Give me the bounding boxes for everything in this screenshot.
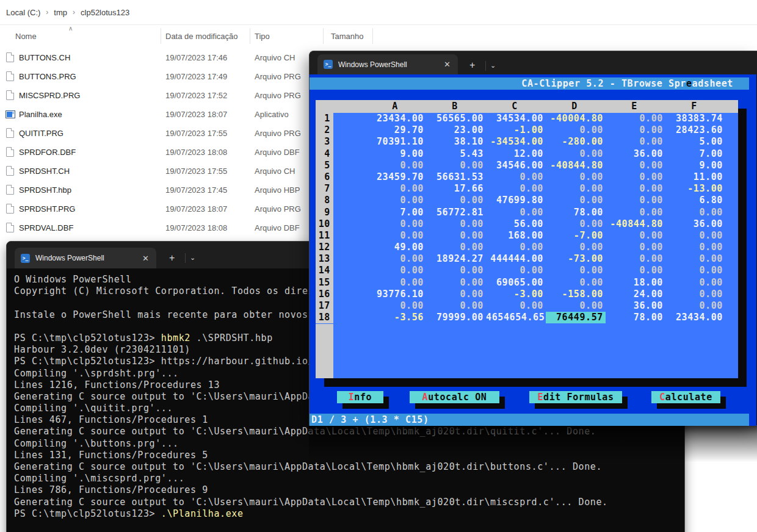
spreadsheet-cell[interactable]: 0.00 (486, 207, 546, 218)
spreadsheet-cell[interactable]: 0.00 (426, 230, 486, 242)
spreadsheet-cell[interactable]: 0.00 (426, 218, 486, 230)
spreadsheet-cell[interactable]: 0.00 (665, 265, 725, 276)
tab-windows-powershell[interactable]: >_ Windows PowerShell ✕ (317, 54, 458, 74)
spreadsheet-cell[interactable]: -73.00 (546, 253, 606, 265)
spreadsheet-cell[interactable]: 0.00 (665, 253, 725, 265)
spreadsheet-cell[interactable]: -7.00 (546, 230, 606, 242)
column-letter[interactable]: B (426, 100, 486, 113)
spreadsheet-cell[interactable]: 0.00 (486, 183, 546, 195)
spreadsheet-cell[interactable]: 36.00 (665, 218, 725, 230)
column-header-date[interactable]: Data de modificação (165, 32, 238, 41)
spreadsheet-cell[interactable]: 49.00 (366, 242, 426, 253)
spreadsheet-cell[interactable]: 0.00 (366, 218, 426, 230)
column-header-name[interactable]: Nome (15, 32, 37, 41)
spreadsheet-cell[interactable]: 9.00 (665, 160, 725, 171)
selected-cell[interactable]: 76449.57 (546, 312, 606, 323)
spreadsheet-cell[interactable]: 28423.60 (665, 124, 725, 136)
spreadsheet-cell[interactable]: 0.00 (366, 277, 426, 289)
spreadsheet-cell[interactable]: 0.00 (366, 230, 426, 242)
spreadsheet-cell[interactable]: 9.00 (366, 148, 426, 160)
spreadsheet-cell[interactable]: 7.00 (366, 207, 426, 218)
spreadsheet-cell[interactable]: 12.00 (486, 148, 546, 160)
spreadsheet-cell[interactable]: 0.00 (546, 171, 606, 183)
spreadsheet-cell[interactable]: 0.00 (606, 136, 665, 148)
spreadsheet-cell[interactable]: 0.00 (606, 183, 665, 195)
spreadsheet-cell[interactable]: -40844.80 (606, 218, 665, 230)
column-separator[interactable] (161, 28, 161, 44)
spreadsheet-cell[interactable]: 23459.70 (366, 171, 426, 183)
spreadsheet-cell[interactable]: 0.00 (606, 265, 665, 276)
breadcrumb-item[interactable]: tmp (54, 8, 67, 17)
spreadsheet-cell[interactable]: 0.00 (366, 300, 426, 312)
tab-dropdown-icon[interactable]: ⌄ (190, 254, 195, 262)
spreadsheet-cell[interactable]: -40004.80 (546, 113, 606, 124)
spreadsheet-cell[interactable]: 5.43 (426, 148, 486, 160)
spreadsheet-cell[interactable]: 0.00 (426, 289, 486, 300)
spreadsheet-cell[interactable]: 0.00 (366, 183, 426, 195)
spreadsheet-cell[interactable]: 0.00 (606, 171, 665, 183)
column-separator[interactable] (372, 28, 373, 44)
close-tab-icon[interactable]: ✕ (443, 60, 452, 69)
spreadsheet-cell[interactable]: 56565.00 (426, 113, 486, 124)
spreadsheet-cell[interactable]: 0.00 (606, 253, 665, 265)
spreadsheet-cell[interactable]: 34546.00 (486, 160, 546, 171)
tab-windows-powershell[interactable]: >_ Windows PowerShell ✕ (15, 248, 156, 268)
spreadsheet-cell[interactable]: 0.00 (546, 265, 606, 276)
spreadsheet-cell[interactable]: 70391.10 (366, 136, 426, 148)
close-tab-icon[interactable]: ✕ (141, 254, 150, 263)
spreadsheet-cell[interactable]: 5.00 (665, 136, 725, 148)
spreadsheet-cell[interactable]: 0.00 (486, 300, 546, 312)
spreadsheet-cell[interactable]: 78.00 (606, 312, 665, 323)
breadcrumb-item[interactable]: clp52lotus123 (81, 8, 129, 17)
spreadsheet-cell[interactable]: 444444.00 (486, 253, 546, 265)
calculate-button[interactable]: Calculate (651, 391, 720, 403)
spreadsheet-cell[interactable]: 23434.00 (366, 113, 426, 124)
spreadsheet-cell[interactable]: 23.00 (426, 124, 486, 136)
spreadsheet-cell[interactable]: 0.00 (426, 195, 486, 206)
spreadsheet-cell[interactable]: 36.00 (606, 300, 665, 312)
spreadsheet-cell[interactable]: 23434.00 (665, 312, 725, 323)
spreadsheet-cell[interactable]: 0.00 (486, 242, 546, 253)
spreadsheet-cell[interactable]: 0.00 (546, 148, 606, 160)
spreadsheet-cell[interactable]: -3.00 (486, 289, 546, 300)
column-letter[interactable]: A (366, 100, 426, 113)
spreadsheet-cell[interactable]: -40844.80 (546, 160, 606, 171)
spreadsheet-cell[interactable]: 0.00 (366, 265, 426, 276)
spreadsheet-cell[interactable]: 0.00 (426, 265, 486, 276)
spreadsheet-cell[interactable]: 56.00 (486, 218, 546, 230)
spreadsheet-cell[interactable]: 0.00 (665, 242, 725, 253)
column-header-type[interactable]: Tipo (255, 32, 270, 41)
spreadsheet-cell[interactable]: 0.00 (366, 195, 426, 206)
spreadsheet-cell[interactable]: 0.00 (486, 265, 546, 276)
spreadsheet-cell[interactable]: 0.00 (665, 277, 725, 289)
spreadsheet-cell[interactable]: 0.00 (665, 300, 725, 312)
spreadsheet-cell[interactable]: 7.00 (665, 148, 725, 160)
spreadsheet-cell[interactable]: -280.00 (546, 136, 606, 148)
spreadsheet-cell[interactable]: 0.00 (606, 195, 665, 206)
spreadsheet-cell[interactable]: 11.00 (665, 171, 725, 183)
spreadsheet-cell[interactable]: 0.00 (426, 160, 486, 171)
info-button[interactable]: Info (337, 391, 383, 403)
spreadsheet-cell[interactable]: -13.00 (665, 183, 725, 195)
spreadsheet-cell[interactable]: 47699.80 (486, 195, 546, 206)
spreadsheet-cell[interactable]: 56772.81 (426, 207, 486, 218)
column-header-size[interactable]: Tamanho (331, 32, 363, 41)
spreadsheet-cell[interactable]: 0.00 (665, 207, 725, 218)
new-tab-button[interactable]: + (169, 253, 175, 264)
powershell-window-front[interactable]: >_ Windows PowerShell ✕ + ⌄ CA-Clipper 5… (309, 51, 757, 426)
spreadsheet-cell[interactable]: 78.00 (546, 207, 606, 218)
column-separator[interactable] (323, 28, 324, 44)
spreadsheet-cell[interactable]: 18.00 (606, 277, 665, 289)
new-tab-button[interactable]: + (469, 60, 475, 71)
breadcrumb-item[interactable]: Local (C:) (6, 8, 40, 17)
spreadsheet-cell[interactable]: 79999.00 (426, 312, 486, 323)
edit-formulas-button[interactable]: Edit Formulas (529, 391, 622, 403)
column-letter[interactable]: E (606, 100, 665, 113)
spreadsheet-cell[interactable]: 0.00 (426, 277, 486, 289)
spreadsheet-cell[interactable]: 38.10 (426, 136, 486, 148)
spreadsheet-cell[interactable]: 6.80 (665, 195, 725, 206)
spreadsheet-cell[interactable]: 0.00 (606, 160, 665, 171)
spreadsheet-cell[interactable]: 0.00 (546, 195, 606, 206)
spreadsheet-cell[interactable]: 0.00 (606, 207, 665, 218)
column-letter[interactable]: F (665, 100, 725, 113)
